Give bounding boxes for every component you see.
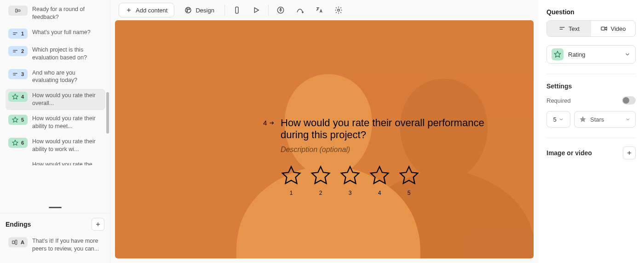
toolbar-sep <box>224 5 225 16</box>
arrow-right-icon <box>269 120 275 126</box>
editor-toolbar: Add content Design <box>110 0 538 20</box>
tab-video[interactable]: Video <box>591 21 635 36</box>
svg-point-17 <box>185 7 191 13</box>
tab-text[interactable]: Text <box>547 21 591 36</box>
question-list: Ready for a round of feedback? 1 What's … <box>0 0 110 206</box>
svg-point-26 <box>338 9 340 12</box>
accessibility-icon[interactable] <box>273 3 288 18</box>
chevron-down-icon <box>558 117 564 122</box>
svg-point-24 <box>280 8 281 9</box>
question-number: 4 <box>263 119 275 127</box>
rating-type-icon <box>552 48 564 60</box>
star-icon <box>579 116 586 123</box>
mobile-preview-icon[interactable] <box>230 3 244 18</box>
sidebar-item-welcome[interactable]: Ready for a round of feedback? <box>6 3 105 24</box>
sidebar-item-cutoff[interactable]: How would you rate the... <box>6 158 105 165</box>
editor-main: Add content Design <box>110 0 538 263</box>
question-mode-tabs: Text Video <box>546 20 636 37</box>
question-type-select[interactable]: Rating <box>546 45 636 64</box>
svg-point-18 <box>187 9 188 10</box>
star-icon: 5 <box>8 115 28 125</box>
svg-marker-37 <box>554 51 560 57</box>
panel-title: Question <box>546 8 636 16</box>
question-canvas: 4 How would you rate their overall perfo… <box>115 20 534 258</box>
text-icon <box>558 25 566 32</box>
question-title-input[interactable]: How would you rate their overall perform… <box>281 117 506 141</box>
star-icon <box>369 165 390 186</box>
svg-marker-36 <box>605 27 607 30</box>
rating-count-select[interactable]: 5 <box>546 111 570 128</box>
svg-marker-30 <box>341 167 359 183</box>
svg-rect-35 <box>601 27 605 30</box>
svg-marker-31 <box>371 167 388 183</box>
question-label: How would you rate their ability to work… <box>32 138 103 153</box>
divider-handle[interactable] <box>49 207 62 208</box>
star-icon <box>281 165 302 186</box>
svg-point-25 <box>302 12 303 12</box>
star-icon <box>398 165 420 186</box>
svg-point-19 <box>189 9 190 10</box>
sidebar-item-q6[interactable]: 6 How would you rate their ability to wo… <box>6 135 105 156</box>
list-fade <box>0 199 106 206</box>
question-content: 4 How would you rate their overall perfo… <box>281 117 506 196</box>
svg-rect-0 <box>16 9 17 12</box>
ending-item-a[interactable]: A That's it! If you have more peers to r… <box>6 234 104 256</box>
endings-section: Endings A That's it! If you have more pe… <box>0 213 110 263</box>
star-5[interactable]: 5 <box>398 165 420 196</box>
sidebar-item-q2[interactable]: 2 Which project is this evaluation based… <box>6 43 105 64</box>
short-text-icon: 1 <box>8 29 28 39</box>
svg-rect-13 <box>12 241 15 244</box>
settings-icon[interactable] <box>331 3 346 18</box>
properties-panel: Question Text Video Rating Settings <box>538 0 644 263</box>
question-label: How would you rate the... <box>32 161 103 165</box>
rating-stars: 1 2 3 4 <box>281 165 506 196</box>
video-icon <box>600 25 608 32</box>
svg-marker-8 <box>12 94 18 99</box>
question-sidebar: Ready for a round of feedback? 1 What's … <box>0 0 110 263</box>
question-label: Which project is this evaluation based o… <box>32 46 103 62</box>
star-2[interactable]: 2 <box>310 165 331 196</box>
image-or-video-label: Image or video <box>546 149 592 157</box>
rating-shape-select[interactable]: Stars <box>574 111 636 128</box>
svg-marker-10 <box>12 140 18 145</box>
settings-title: Settings <box>546 82 636 90</box>
short-text-icon: 2 <box>8 46 28 56</box>
svg-rect-14 <box>15 240 17 245</box>
svg-marker-28 <box>282 167 300 183</box>
sidebar-item-q3[interactable]: 3 And who are you evaluating today? <box>6 66 105 88</box>
logic-icon[interactable] <box>293 3 307 18</box>
svg-rect-1 <box>18 10 20 12</box>
add-ending-button[interactable] <box>92 218 104 231</box>
star-1[interactable]: 1 <box>281 165 302 196</box>
toolbar-sep <box>268 5 269 16</box>
star-4[interactable]: 4 <box>369 165 390 196</box>
required-toggle[interactable] <box>622 96 636 105</box>
short-text-icon: 3 <box>8 69 28 79</box>
add-content-button[interactable]: Add content <box>119 3 174 18</box>
svg-rect-21 <box>236 7 238 13</box>
star-icon: 4 <box>8 92 28 102</box>
sidebar-item-q1[interactable]: 1 What's your full name? <box>6 26 105 41</box>
translate-icon[interactable] <box>312 3 327 18</box>
star-icon <box>339 165 361 186</box>
chevron-down-icon <box>625 117 631 122</box>
add-media-button[interactable] <box>623 146 636 159</box>
required-label: Required <box>546 97 571 104</box>
divider <box>546 138 636 138</box>
sidebar-item-q5[interactable]: 5 How would you rate their ability to me… <box>6 112 105 133</box>
play-preview-icon[interactable] <box>249 3 264 18</box>
svg-marker-32 <box>400 167 418 183</box>
design-button[interactable]: Design <box>179 3 219 18</box>
question-description-input[interactable]: Description (optional) <box>281 146 506 154</box>
star-icon: 6 <box>8 138 28 148</box>
star-3[interactable]: 3 <box>339 165 361 196</box>
type-label: Rating <box>568 51 586 58</box>
svg-point-20 <box>187 11 188 12</box>
design-label: Design <box>196 7 214 14</box>
svg-marker-29 <box>312 167 329 183</box>
question-label: Ready for a round of feedback? <box>32 6 103 21</box>
scrollbar-thumb[interactable] <box>106 92 109 134</box>
add-content-label: Add content <box>136 7 167 14</box>
question-label: What's your full name? <box>32 29 103 36</box>
sidebar-item-q4[interactable]: 4 How would you rate their overall... <box>6 89 105 110</box>
